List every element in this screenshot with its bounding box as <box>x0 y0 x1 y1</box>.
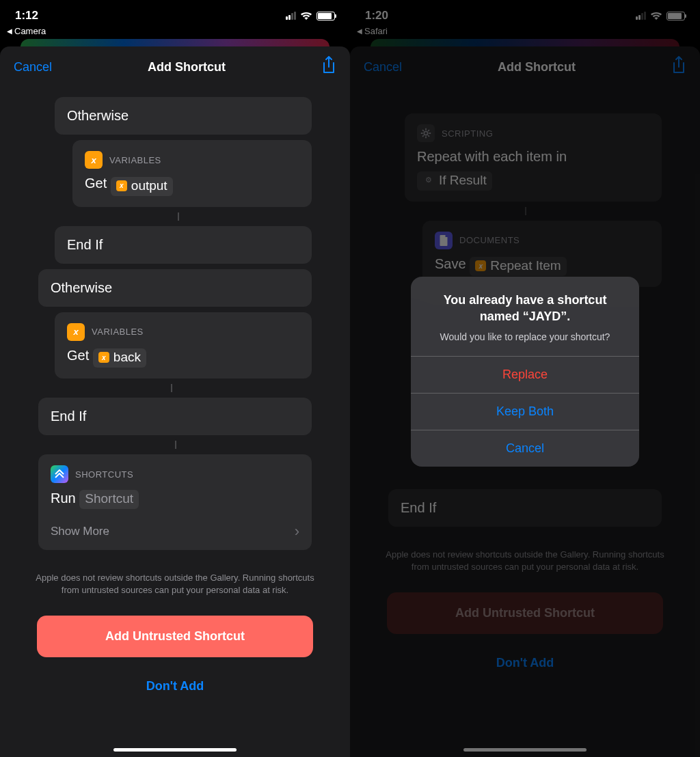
status-time: 1:20 <box>365 9 388 23</box>
status-indicators <box>286 12 335 20</box>
get-label: Get <box>85 176 107 191</box>
alert-keep-both-button[interactable]: Keep Both <box>411 393 639 430</box>
repeat-item-token[interactable]: xRepeat Item <box>470 257 567 276</box>
block-caption: SHORTCUTS <box>75 469 133 480</box>
left-phone: 1:12 Camera Cancel Add Shortcut Otherwis… <box>0 0 350 757</box>
page-title: Add Shortcut <box>148 60 226 74</box>
nav-bar: Cancel Add Shortcut <box>0 46 350 87</box>
wifi-icon <box>300 12 312 20</box>
block-caption: VARIABLES <box>109 155 161 165</box>
alert-cancel-button[interactable]: Cancel <box>411 430 639 467</box>
share-button[interactable] <box>321 56 336 78</box>
variables-block[interactable]: x VARIABLES Get xback <box>55 312 312 379</box>
block-caption: SCRIPTING <box>442 128 493 139</box>
shortcuts-icon <box>51 465 68 483</box>
variable-icon: x <box>67 323 85 341</box>
documents-icon <box>435 232 453 249</box>
nav-bar: Cancel Add Shortcut <box>350 46 700 87</box>
get-label: Get <box>67 348 89 363</box>
endif-block[interactable]: End If <box>38 398 312 435</box>
chevron-right-icon: › <box>295 523 299 540</box>
variable-icon: x <box>85 151 103 169</box>
breadcrumb[interactable]: Safari <box>350 26 700 39</box>
variables-block[interactable]: x VARIABLES Get xoutput <box>72 140 312 207</box>
repeat-label: Repeat with each item in <box>417 149 649 165</box>
alert-title: You already have a shortcut named “JAYD”… <box>411 277 639 328</box>
endif-block[interactable]: End If <box>55 226 312 264</box>
connector <box>171 384 172 392</box>
page-title: Add Shortcut <box>498 60 576 74</box>
block-caption: DOCUMENTS <box>459 235 520 245</box>
status-time: 1:12 <box>15 9 38 23</box>
alert-replace-button[interactable]: Replace <box>411 356 639 393</box>
if-result-token[interactable]: ⚙ If Result <box>417 171 492 191</box>
battery-icon <box>317 12 335 20</box>
connector <box>175 441 176 449</box>
right-phone: 1:20 Safari Cancel Add Shortcut SCRIPTIN… <box>350 0 700 757</box>
connector <box>178 212 179 221</box>
disclaimer-text: Apple does not review shortcuts outside … <box>350 532 700 583</box>
home-indicator[interactable] <box>463 748 587 752</box>
shortcuts-block[interactable]: SHORTCUTS Run Shortcut Show More › <box>38 454 312 550</box>
connector <box>525 207 526 215</box>
variable-token[interactable]: xback <box>93 348 146 368</box>
add-untrusted-button[interactable]: Add Untrusted Shortcut <box>387 592 663 634</box>
actions-list[interactable]: Otherwise x VARIABLES Get xoutput End If… <box>0 87 350 757</box>
cancel-button[interactable]: Cancel <box>14 60 52 74</box>
wifi-icon <box>650 12 662 20</box>
status-bar: 1:20 <box>350 0 700 26</box>
dont-add-button[interactable]: Don't Add <box>350 641 700 677</box>
signal-icon <box>286 12 296 20</box>
otherwise-block[interactable]: Otherwise <box>55 97 312 135</box>
otherwise-block[interactable]: Otherwise <box>38 269 312 307</box>
add-shortcut-sheet: Cancel Add Shortcut Otherwise x VARIABLE… <box>0 46 350 757</box>
svg-point-0 <box>424 131 427 135</box>
block-caption: VARIABLES <box>92 327 144 337</box>
home-indicator[interactable] <box>113 748 237 752</box>
scripting-icon <box>417 124 435 142</box>
status-bar: 1:12 <box>0 0 350 26</box>
disclaimer-text: Apple does not review shortcuts outside … <box>0 555 350 606</box>
shortcut-picker[interactable]: Shortcut <box>79 490 139 509</box>
scripting-block[interactable]: SCRIPTING Repeat with each item in ⚙ If … <box>405 113 662 202</box>
endif-block[interactable]: End If <box>388 489 662 527</box>
cancel-button[interactable]: Cancel <box>364 60 402 74</box>
share-button[interactable] <box>671 56 686 78</box>
status-indicators <box>636 12 685 20</box>
breadcrumb[interactable]: Camera <box>0 26 350 39</box>
run-label: Run <box>51 491 76 506</box>
gear-icon: ⚙ <box>422 174 435 187</box>
battery-icon <box>667 12 685 20</box>
variable-token[interactable]: xoutput <box>111 177 173 196</box>
save-label: Save <box>435 256 466 271</box>
show-more-button[interactable]: Show More › <box>51 513 299 540</box>
add-untrusted-button[interactable]: Add Untrusted Shortcut <box>37 616 313 657</box>
signal-icon <box>636 12 646 20</box>
dont-add-button[interactable]: Don't Add <box>0 664 350 700</box>
alert-message: Would you like to replace your shortcut? <box>411 328 639 357</box>
replace-shortcut-alert: You already have a shortcut named “JAYD”… <box>411 277 639 467</box>
